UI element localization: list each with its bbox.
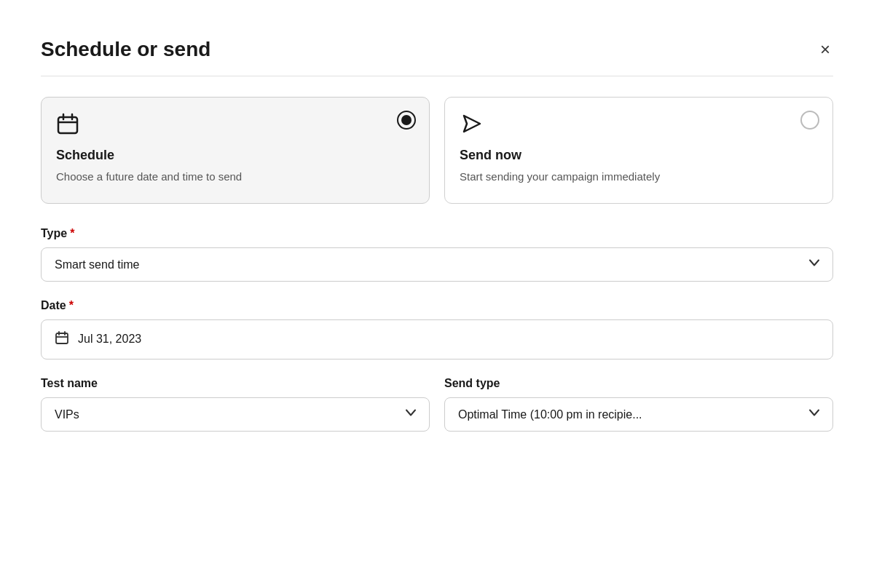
- svg-marker-4: [464, 116, 480, 132]
- send-now-radio[interactable]: [800, 111, 819, 130]
- svg-rect-0: [58, 117, 77, 133]
- schedule-card-title: Schedule: [56, 148, 414, 163]
- send-now-card-title: Send now: [460, 148, 818, 163]
- schedule-card[interactable]: Schedule Choose a future date and time t…: [41, 97, 430, 204]
- test-name-section: Test name VIPsSegment ASegment B: [41, 377, 430, 432]
- send-now-card[interactable]: Send now Start sending your campaign imm…: [444, 97, 833, 204]
- date-input[interactable]: Jul 31, 2023: [41, 319, 833, 359]
- option-cards: Schedule Choose a future date and time t…: [41, 97, 833, 204]
- type-label: Type *: [41, 227, 833, 240]
- modal-header: Schedule or send ×: [41, 38, 833, 61]
- bottom-row: Test name VIPsSegment ASegment B Send ty…: [41, 377, 833, 449]
- send-now-card-description: Start sending your campaign immediately: [460, 169, 818, 186]
- date-calendar-icon: [55, 330, 69, 349]
- schedule-radio[interactable]: [397, 111, 416, 130]
- type-select[interactable]: Smart send timeStandard send time: [41, 247, 833, 282]
- header-divider: [41, 76, 833, 76]
- send-type-label: Send type: [444, 377, 833, 390]
- test-name-select-wrapper: VIPsSegment ASegment B: [41, 397, 430, 432]
- send-type-select[interactable]: Optimal Time (10:00 pm in recipie...Stan…: [444, 397, 833, 432]
- date-value: Jul 31, 2023: [78, 333, 141, 346]
- svg-rect-5: [56, 333, 68, 343]
- send-type-section: Send type Optimal Time (10:00 pm in reci…: [444, 377, 833, 432]
- date-required-star: *: [69, 299, 74, 312]
- close-button[interactable]: ×: [817, 38, 833, 61]
- type-required-star: *: [70, 227, 74, 240]
- calendar-icon: [56, 112, 414, 140]
- schedule-card-description: Choose a future date and time to send: [56, 169, 414, 186]
- test-name-label: Test name: [41, 377, 430, 390]
- send-icon: [460, 112, 818, 140]
- date-section: Date * Jul 31, 2023: [41, 299, 833, 359]
- type-section: Type * Smart send timeStandard send time: [41, 227, 833, 282]
- send-type-select-wrapper: Optimal Time (10:00 pm in recipie...Stan…: [444, 397, 833, 432]
- date-label: Date *: [41, 299, 833, 312]
- type-select-wrapper: Smart send timeStandard send time: [41, 247, 833, 282]
- test-name-select[interactable]: VIPsSegment ASegment B: [41, 397, 430, 432]
- schedule-or-send-modal: Schedule or send × Schedule Choose a fut…: [15, 15, 859, 478]
- modal-title: Schedule or send: [41, 38, 210, 61]
